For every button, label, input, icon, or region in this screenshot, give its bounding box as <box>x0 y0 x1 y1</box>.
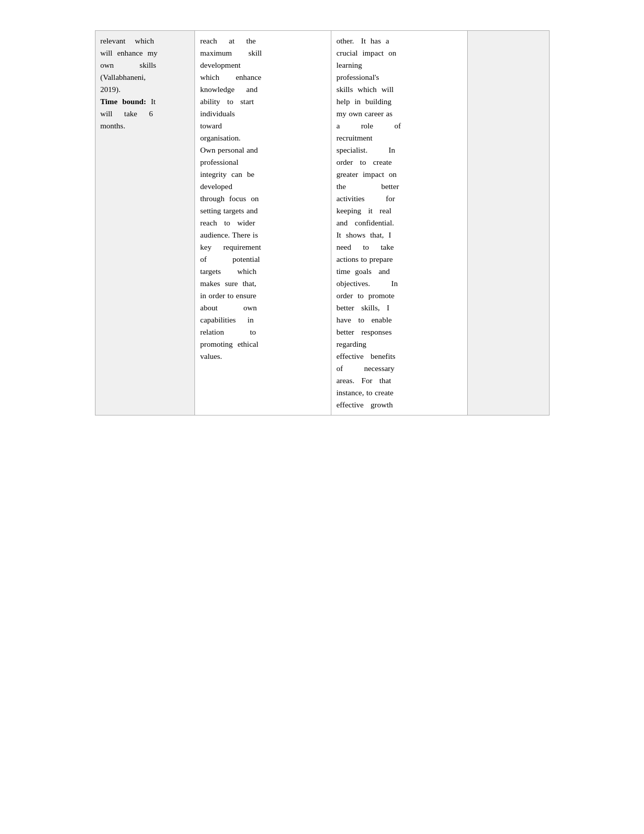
cell-col2-text: reach at themaximum skilldevelopmentwhic… <box>200 35 326 362</box>
cell-col3: other. It has acrucial impact onlearning… <box>331 31 467 415</box>
table-row: relevant whichwill enhance myown skills(… <box>95 31 549 415</box>
page-container: relevant whichwill enhance myown skills(… <box>0 0 644 834</box>
cell-col2: reach at themaximum skilldevelopmentwhic… <box>195 31 331 415</box>
content-table: relevant whichwill enhance myown skills(… <box>95 30 550 415</box>
cell-col3-text: other. It has acrucial impact onlearning… <box>336 35 462 411</box>
table-wrapper: relevant whichwill enhance myown skills(… <box>95 30 550 415</box>
cell-col1-text: relevant whichwill enhance myown skills(… <box>101 35 190 132</box>
cell-col1: relevant whichwill enhance myown skills(… <box>95 31 195 415</box>
cell-col4 <box>467 31 549 415</box>
